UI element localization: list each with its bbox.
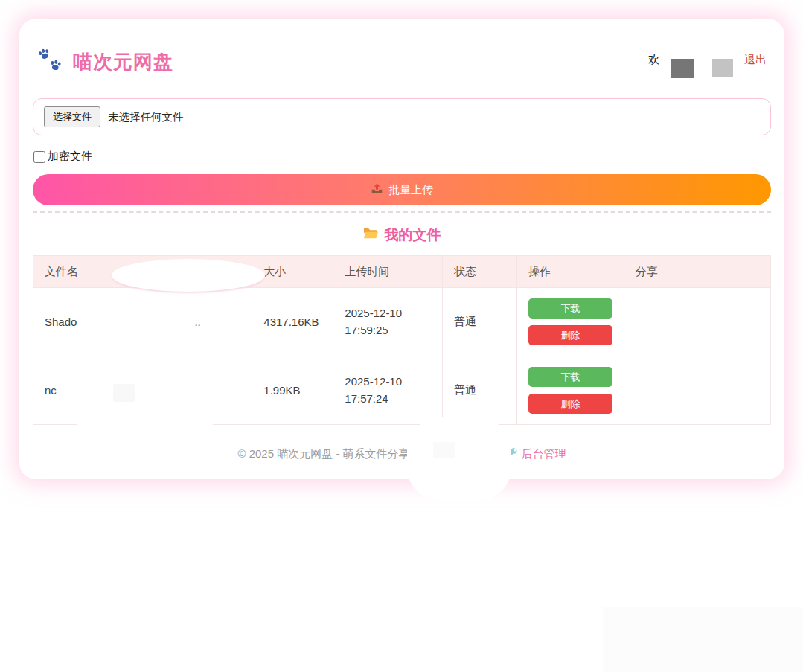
redaction-rect [603, 607, 803, 672]
status-cell: 普通 [442, 356, 516, 425]
copyright-text: © 2025 喵次元网盘 - 萌系文件分享 [237, 447, 409, 461]
redaction-blob [677, 21, 746, 58]
batch-upload-button[interactable]: 批量上传 [33, 174, 771, 205]
actions-cell: 下载 删除 [517, 356, 624, 425]
redaction-blob [80, 295, 196, 321]
uploaded-cell: 2025-12-10 17:57:24 [333, 356, 443, 425]
choose-file-button[interactable]: 选择文件 [44, 106, 100, 127]
redaction-blob [65, 339, 225, 432]
logout-link[interactable]: 退出 [744, 53, 767, 67]
col-size: 大小 [252, 256, 333, 288]
status-cell: 普通 [442, 288, 516, 356]
footer: © 2025 喵次元网盘 - 萌系文件分享 后台管理 [33, 447, 771, 461]
divider [33, 211, 771, 213]
files-section-title: 我的文件 [33, 225, 771, 245]
encrypt-row: 加密文件 [33, 150, 771, 164]
redaction-block [712, 59, 733, 77]
col-actions: 操作 [517, 256, 624, 288]
share-cell [624, 356, 770, 425]
uploaded-cell: 2025-12-10 17:59:25 [333, 288, 443, 356]
admin-link[interactable]: 后台管理 [507, 447, 566, 461]
col-status: 状态 [442, 256, 516, 288]
delete-button[interactable]: 删除 [528, 325, 612, 345]
delete-button[interactable]: 删除 [528, 394, 612, 414]
share-cell [624, 288, 770, 356]
actions-cell: 下载 删除 [517, 288, 624, 356]
header: 喵次元网盘 欢 退出 [33, 47, 771, 89]
download-button[interactable]: 下载 [528, 298, 612, 319]
download-button[interactable]: 下载 [528, 367, 612, 387]
col-uploaded: 上传时间 [333, 256, 443, 288]
welcome-text: 欢 [648, 53, 659, 67]
encrypt-checkbox[interactable] [33, 151, 45, 163]
file-input: 选择文件 未选择任何文件 [33, 98, 771, 135]
col-share: 分享 [624, 256, 770, 288]
redaction-block [671, 59, 694, 78]
main-card: 喵次元网盘 欢 退出 选择文件 未选择任何文件 加密文件 批量上传 [19, 19, 784, 479]
encrypt-label: 加密文件 [48, 150, 92, 164]
redaction-blob [407, 417, 511, 501]
file-status-text: 未选择任何文件 [108, 110, 184, 124]
redaction-block [113, 384, 135, 402]
outbox-upload-icon [371, 182, 383, 197]
batch-upload-label: 批量上传 [388, 183, 433, 197]
page-title: 喵次元网盘 [73, 49, 173, 75]
redaction-blob [112, 259, 265, 292]
paw-prints-icon [37, 47, 65, 77]
size-cell: 1.99KB [252, 356, 333, 425]
open-folder-icon [363, 227, 379, 243]
size-cell: 4317.16KB [252, 288, 333, 356]
redaction-block [433, 442, 455, 458]
